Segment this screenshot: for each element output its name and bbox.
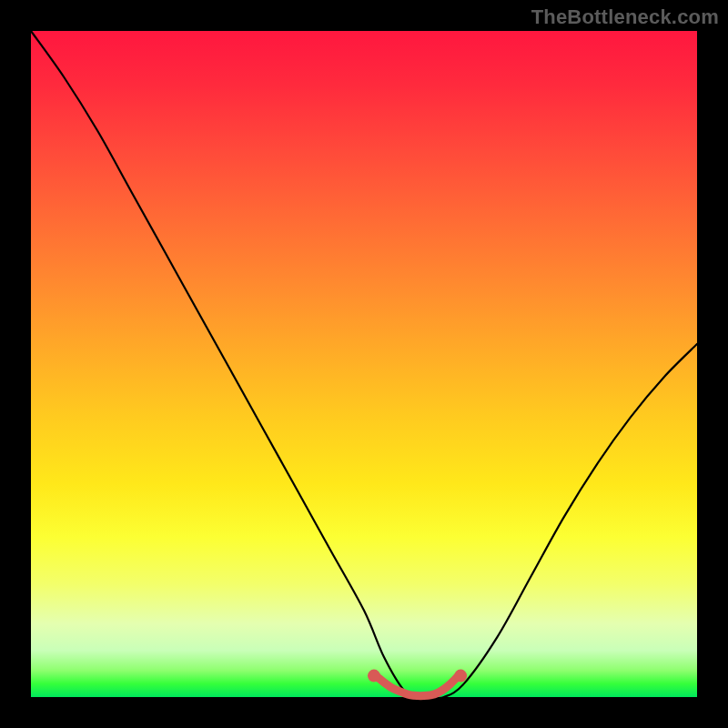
plot-area: [31, 31, 697, 697]
chart-frame: TheBottleneck.com: [0, 0, 728, 728]
chart-svg: [31, 31, 697, 697]
highlight-dot-right: [454, 670, 467, 682]
bottom-highlight: [378, 677, 458, 696]
watermark-text: TheBottleneck.com: [531, 5, 719, 29]
bottleneck-curve: [31, 31, 697, 698]
highlight-dot-left: [368, 670, 380, 682]
